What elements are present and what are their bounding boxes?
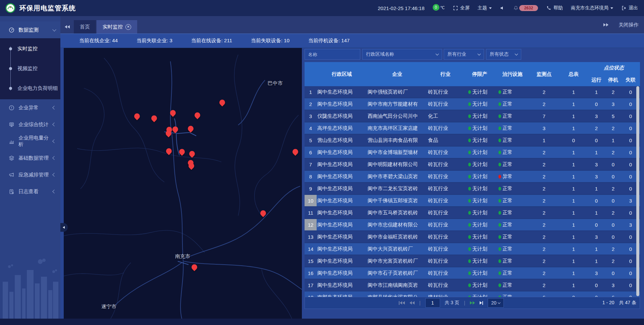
page-size-select[interactable]: 20 (488, 298, 504, 308)
prev-page-icon (412, 301, 415, 305)
cell-industry: 砖瓦行业 (427, 279, 464, 291)
cell-region: 南部生态环境局 (317, 291, 367, 297)
table-row[interactable]: 14阆中生态环境局阆中大兴页岩机砖厂砖瓦行业无计划正常21120 (305, 243, 640, 255)
cell-halt-status: 无计划 (464, 159, 496, 170)
table-row[interactable]: 16阆中生态环境局阆中市石子页岩机砖厂砖瓦行业无计划正常21300 (305, 267, 640, 279)
region-select[interactable]: 行政区域名称 (362, 49, 442, 60)
sidebar-item-1[interactable]: 实时监控 (0, 39, 60, 59)
tab-bar-right: 关闭操作 (603, 16, 644, 34)
next-page-button[interactable] (470, 301, 475, 305)
table-row[interactable]: 13阆中生态环境局阆中市金福旺页岩机砖砖瓦行业无计划正常21300 (305, 231, 640, 243)
cell-stop-count: 0 (604, 159, 622, 170)
sidebar-group-2[interactable]: 企业异常 (0, 99, 60, 116)
facility-status-label: 正常 (502, 234, 513, 240)
table-row[interactable]: 18南部生态环境局南部县雄华水泥有限公建材行业无计划正常60060 (305, 291, 640, 297)
cell-rownum: 15 (305, 255, 317, 267)
cell-company: 营山县润丰肉食品有限 (367, 134, 427, 146)
first-page-icon (402, 301, 405, 305)
close-operations-button[interactable]: 关闭操作 (619, 22, 639, 28)
prev-page-button[interactable] (410, 301, 415, 305)
help-button[interactable]: 帮助 (546, 5, 563, 11)
cell-halt-status: 无计划 (464, 291, 496, 297)
table-row[interactable]: 2阆中生态环境局阆中市南方节能建材有砖瓦行业无计划正常21030 (305, 98, 640, 110)
halt-status-label: 无计划 (472, 246, 487, 252)
cell-industry: 砖瓦行业 (427, 171, 464, 182)
cell-region: 阆中生态环境局 (317, 98, 367, 110)
status-select[interactable]: 所有状态 (486, 49, 521, 60)
table-row[interactable]: 3仪陇生态环境局西南油气田分公司川中化工无计划正常71350 (305, 110, 640, 122)
industry-select[interactable]: 所有行业 (444, 49, 484, 60)
sidebar-group-3[interactable]: 企业综合统计 (0, 116, 60, 133)
cell-run-count: 1 (588, 243, 604, 255)
name-search-input[interactable] (305, 49, 360, 60)
main-content: 巴中市南充市遂宁市 行政区域名称 所有行业 所有状态 (60, 48, 644, 319)
table-row[interactable]: 9阆中生态环境局阆中市二龙长宝页岩砖砖瓦行业无计划正常21120 (305, 183, 640, 195)
notification-count-badge: 2632 (519, 5, 538, 11)
tabs-scroll-right-button[interactable] (603, 18, 608, 32)
cell-stop-count: 3 (604, 98, 622, 110)
col-point-status-group: 点位状态 运行 停机 失联 (588, 62, 639, 86)
table-row[interactable]: 10阆中生态环境局阆中千佛镇五郎垭页岩砖瓦行业无计划正常21003 (305, 195, 640, 207)
table-row[interactable]: 4高坪生态环境局南充市高坪区王家店建砖瓦行业无计划正常31220 (305, 122, 640, 134)
cell-meter-count: 1 (559, 267, 588, 279)
tab-realtime-monitoring[interactable]: 实时监控 ✕ (97, 20, 137, 34)
sidebar-group-4[interactable]: 企业用电量分析 (0, 133, 60, 150)
table-row[interactable]: 15阆中生态环境局阆中市光富页岩机砖厂砖瓦行业无计划正常21120 (305, 255, 640, 267)
mute-button[interactable] (500, 5, 505, 11)
datetime: 2021-02-25 17:46:18 (378, 5, 424, 11)
halt-status-label: 无计划 (472, 137, 487, 144)
layers-icon (9, 155, 14, 161)
table-row[interactable]: 7阆中生态环境局阆中明阳建材有限公司砖瓦行业无计划正常21300 (305, 159, 640, 171)
cell-rownum: 1 (305, 86, 317, 98)
cell-stop-count: 0 (604, 195, 622, 206)
right-panel: 行政区域名称 所有行业 所有状态 行政区域 企业 行业 停限产 治污设施 (305, 49, 640, 319)
chevron-down-icon (436, 52, 439, 56)
table-row[interactable]: 8阆中生态环境局阆中市枣碧大梁山页岩砖瓦行业无计划异常21300 (305, 171, 640, 183)
chevron-down-icon (515, 52, 518, 56)
sidebar-item-3[interactable]: 企业电力负荷明细 (0, 78, 60, 98)
sidebar-group-5[interactable]: 基础数据管理 (0, 150, 60, 166)
close-tab-icon[interactable]: ✕ (125, 24, 131, 30)
double-right-arrow-icon (603, 23, 606, 26)
table-row[interactable]: 1阆中生态环境局阆中强锐页岩砖厂砖瓦行业无计划正常21120 (305, 86, 640, 98)
cell-company: 南部县雄华水泥有限公 (367, 291, 427, 297)
map[interactable]: 巴中市南充市遂宁市 (64, 48, 302, 319)
cell-meter-count: 1 (559, 207, 588, 218)
table-row[interactable]: 12阆中生态环境局阆中市忠信建材有限公砖瓦行业无计划正常21003 (305, 219, 640, 231)
stat-item: 当前失联企业: 3 (137, 38, 172, 44)
table-scrollbar[interactable] (636, 86, 639, 296)
table-row[interactable]: 6阆中生态环境局阆中市金博瑞新型墙材砖瓦行业无计划正常21120 (305, 147, 640, 159)
theme-dropdown[interactable]: 主题 (478, 5, 492, 11)
separator: | (464, 300, 465, 306)
cell-region: 营山生态环境局 (317, 134, 367, 146)
table-row[interactable]: 17阆中生态环境局阆中市江南镇阆南页岩砖瓦行业无计划正常21030 (305, 279, 640, 291)
table-row[interactable]: 11阆中生态环境局阆中市五马桥页岩机砖砖瓦行业无计划正常21120 (305, 207, 640, 219)
cell-industry: 砖瓦行业 (427, 147, 464, 158)
cell-facility-status: 正常 (496, 122, 529, 134)
map-roads (64, 48, 302, 319)
sidebar-item-2[interactable]: 视频监控 (0, 59, 60, 78)
logout-icon (621, 5, 627, 11)
fullscreen-button[interactable]: 全屏 (453, 5, 470, 11)
cell-meter-count: 1 (559, 110, 588, 122)
table-row[interactable]: 5营山生态环境局营山县润丰肉食品有限食品无计划正常10010 (305, 134, 640, 147)
sidebar-group-6[interactable]: 应急减排管理 (0, 166, 60, 183)
industry-select-value: 所有行业 (447, 51, 478, 57)
first-page-button[interactable] (399, 301, 405, 305)
cell-company: 阆中市五马桥页岩机砖 (367, 207, 427, 218)
page-number-input[interactable] (425, 298, 440, 308)
cell-company: 阆中市石子页岩机砖厂 (367, 267, 427, 279)
last-page-button[interactable] (480, 301, 483, 305)
tab-home[interactable]: 首页 (74, 20, 96, 34)
sidebar-group-1[interactable]: 数据监测 (0, 21, 60, 38)
cell-meter-count: 1 (559, 195, 588, 206)
tabs-scroll-left-button[interactable] (60, 20, 74, 34)
org-dropdown[interactable]: 南充市生态环境局 (571, 5, 613, 11)
cell-meter-count: 1 (559, 122, 588, 134)
stat-label: 当前失联设备: (251, 38, 284, 43)
sidebar-group-7[interactable]: 日志查看 (0, 183, 60, 200)
bar-chart-icon (9, 139, 14, 144)
notifications-button[interactable]: 2632 (513, 5, 538, 11)
halt-status-label: 无计划 (472, 270, 487, 276)
logout-button[interactable]: 退出 (621, 5, 638, 11)
